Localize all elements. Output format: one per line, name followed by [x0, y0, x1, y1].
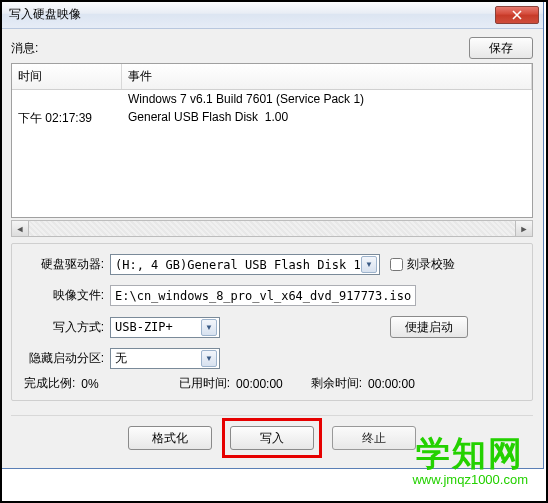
table-row: Windows 7 v6.1 Build 7601 (Service Pack … — [12, 90, 532, 108]
verify-checkbox[interactable] — [390, 258, 403, 271]
action-row: 格式化 写入 终止 — [11, 426, 533, 456]
image-path-input[interactable] — [110, 285, 416, 306]
format-button[interactable]: 格式化 — [128, 426, 212, 450]
progress-value: 0% — [81, 377, 98, 391]
method-value: USB-ZIP+ — [115, 320, 201, 334]
col-event-header[interactable]: 事件 — [122, 64, 532, 89]
log-table: 时间 事件 Windows 7 v6.1 Build 7601 (Service… — [11, 63, 533, 218]
quick-boot-button[interactable]: 便捷启动 — [390, 316, 468, 338]
settings-group: 硬盘驱动器: (H:, 4 GB)General USB Flash Disk … — [11, 243, 533, 401]
write-highlight: 写入 — [230, 426, 314, 450]
hidden-select[interactable]: 无 ▼ — [110, 348, 220, 369]
titlebar: 写入硬盘映像 — [1, 1, 543, 29]
close-icon — [512, 10, 522, 20]
horizontal-scrollbar[interactable]: ◄ ► — [11, 220, 533, 237]
drive-value: (H:, 4 GB)General USB Flash Disk 1.00 — [115, 258, 361, 272]
drive-label: 硬盘驱动器: — [22, 256, 110, 273]
elapsed-value: 00:00:00 — [236, 377, 283, 391]
table-row: 下午 02:17:39 General USB Flash Disk 1.00 — [12, 108, 532, 129]
status-row: 完成比例: 0% 已用时间: 00:00:00 剩余时间: 00:00:00 — [22, 375, 522, 392]
cell-event: Windows 7 v6.1 Build 7601 (Service Pack … — [122, 90, 532, 108]
progress-label: 完成比例: — [24, 375, 75, 392]
log-header: 时间 事件 — [12, 64, 532, 90]
image-label: 映像文件: — [22, 287, 110, 304]
remain-value: 00:00:00 — [368, 377, 415, 391]
save-button[interactable]: 保存 — [469, 37, 533, 59]
col-time-header[interactable]: 时间 — [12, 64, 122, 89]
abort-button[interactable]: 终止 — [332, 426, 416, 450]
scroll-track[interactable] — [29, 221, 515, 236]
cell-time — [12, 90, 122, 108]
remain-label: 剩余时间: — [311, 375, 362, 392]
divider — [11, 415, 533, 416]
log-body: Windows 7 v6.1 Build 7601 (Service Pack … — [12, 90, 532, 129]
verify-checkbox-wrap[interactable]: 刻录校验 — [390, 256, 455, 273]
write-button[interactable]: 写入 — [230, 426, 314, 450]
chevron-down-icon[interactable]: ▼ — [201, 319, 217, 336]
message-label: 消息: — [11, 40, 469, 57]
window-title: 写入硬盘映像 — [5, 6, 495, 23]
cell-event: General USB Flash Disk 1.00 — [122, 108, 532, 129]
dialog-window: 写入硬盘映像 消息: 保存 时间 事件 Windows 7 v6.1 Build… — [0, 0, 544, 469]
cell-time: 下午 02:17:39 — [12, 108, 122, 129]
chevron-down-icon[interactable]: ▼ — [201, 350, 217, 367]
hidden-value: 无 — [115, 350, 201, 367]
close-button[interactable] — [495, 6, 539, 24]
dialog-content: 消息: 保存 时间 事件 Windows 7 v6.1 Build 7601 (… — [1, 29, 543, 468]
chevron-down-icon[interactable]: ▼ — [361, 256, 377, 273]
scroll-right-icon[interactable]: ► — [515, 221, 532, 236]
watermark-url: www.jmqz1000.com — [412, 472, 528, 487]
verify-label: 刻录校验 — [407, 256, 455, 273]
hidden-label: 隐藏启动分区: — [22, 350, 110, 367]
drive-select[interactable]: (H:, 4 GB)General USB Flash Disk 1.00 ▼ — [110, 254, 380, 275]
scroll-left-icon[interactable]: ◄ — [12, 221, 29, 236]
elapsed-label: 已用时间: — [179, 375, 230, 392]
method-select[interactable]: USB-ZIP+ ▼ — [110, 317, 220, 338]
method-label: 写入方式: — [22, 319, 110, 336]
